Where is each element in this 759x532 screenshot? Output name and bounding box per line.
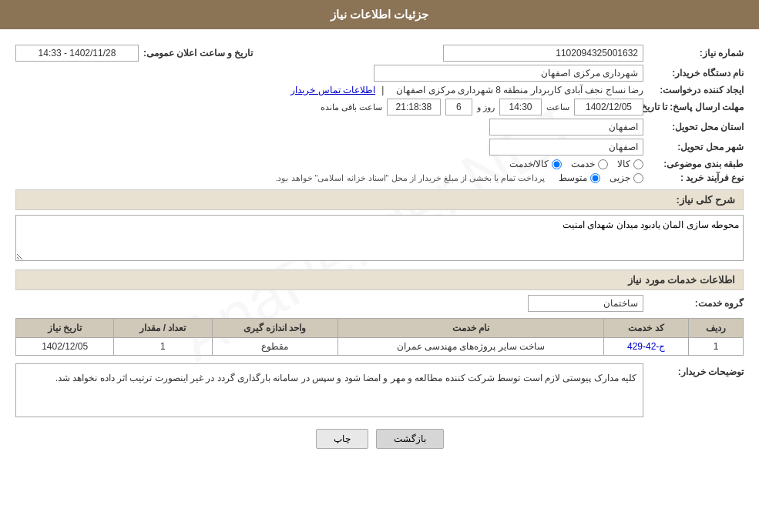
cell-name: ساخت سایر پروژه‌های مهندسی عمران [338,338,604,356]
services-section-title: اطلاعات خدمات مورد نیاز [15,269,744,290]
buyer-org-label: نام دستگاه خریدار: [643,68,744,79]
need-desc-textarea[interactable]: محوطه سازی المان یادبود میدان شهدای امنی… [15,215,744,261]
col-qty: تعداد / مقدار [114,319,212,338]
col-row: ردیف [688,319,743,338]
announce-value: 1402/11/28 - 14:33 [15,45,139,62]
buyer-notes-text: کلیه مدارک پیوستی لازم است توسط شرکت کنن… [55,373,636,383]
deadline-time: 14:30 [499,99,542,115]
services-table: ردیف کد خدمت نام خدمت واحد اندازه گیری ت… [15,318,744,356]
deadline-remaining: 21:18:38 [387,99,441,115]
col-code: کد خدمت [604,319,689,338]
city-value: اصفهان [489,139,643,156]
need-desc-section-title: شرح کلی نیاز: [15,189,744,210]
response-deadline-label: مهلت ارسال پاسخ: تا تاریخ: [643,102,744,112]
action-buttons: بازگشت چاپ [15,429,744,449]
deadline-time-label: ساعت [546,102,569,112]
col-unit: واحد اندازه گیری [212,319,338,338]
buyer-notes-label: توضیحات خریدار: [643,366,744,377]
cell-row-num: 1 [688,338,743,356]
purchase-type-small[interactable]: جزیی [610,172,643,183]
purchase-type-label: نوع فرآیند خرید : [643,172,744,183]
province-value: اصفهان [489,119,643,136]
cell-date: 1402/12/05 [16,338,114,356]
table-row: 1 ج-42-429 ساخت سایر پروژه‌های مهندسی عم… [16,338,744,356]
deadline-days: 6 [445,99,472,115]
page-title: جزئیات اطلاعات نیاز [331,8,428,21]
deadline-days-label: روز و [477,102,495,112]
cell-code: ج-42-429 [604,338,689,356]
cell-unit: مقطوع [212,338,338,356]
category-option-khadamat[interactable]: خدمت [571,159,608,169]
category-option-kala[interactable]: کالا [617,159,643,169]
province-label: استان محل تحویل: [643,122,744,132]
announce-label: تاریخ و ساعت اعلان عمومی: [143,48,253,59]
col-name: نام خدمت [338,319,604,338]
deadline-date: 1402/12/05 [574,99,643,115]
requester-label: ایجاد کننده درخواست: [643,85,744,95]
back-button[interactable]: بازگشت [376,429,444,449]
print-button[interactable]: چاپ [316,429,368,449]
col-date: تاریخ نیاز [16,319,114,338]
purchase-type-medium[interactable]: متوسط [559,172,600,183]
category-option-both[interactable]: کالا/خدمت [509,159,562,169]
requester-value: رضا نساج نجف آبادی کاربردار منطقه 8 شهرد… [396,85,643,95]
buyer-org-value: شهرداری مرکزی اصفهان [374,65,643,82]
service-group-label: گروه خدمت: [643,298,744,309]
requester-contact-link[interactable]: اطلاعات تماس خریدار [291,85,375,95]
buyer-notes-box: کلیه مدارک پیوستی لازم است توسط شرکت کنن… [15,363,643,417]
deadline-remaining-label: ساعت باقی مانده [321,102,382,112]
need-number-label: شماره نیاز: [643,48,744,59]
need-number-value: 1102094325001632 [443,45,643,62]
page-header: جزئیات اطلاعات نیاز [0,0,759,29]
purchase-type-note: پرداخت تمام یا بخشی از مبلغ خریدار از مح… [275,173,545,183]
city-label: شهر محل تحویل: [643,142,744,152]
service-group-value: ساختمان [528,295,643,312]
cell-qty: 1 [114,338,212,356]
category-label: طبقه بندی موضوعی: [643,159,744,169]
